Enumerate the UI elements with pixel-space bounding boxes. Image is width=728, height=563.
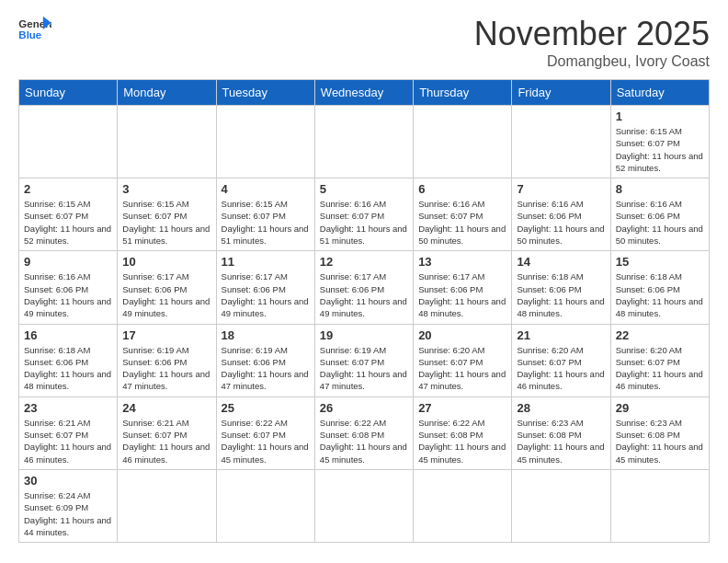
svg-text:Blue: Blue — [18, 29, 41, 40]
day-info: Sunrise: 6:18 AM Sunset: 6:06 PM Dayligh… — [616, 270, 704, 319]
calendar-cell: 22Sunrise: 6:20 AM Sunset: 6:07 PM Dayli… — [610, 324, 709, 396]
calendar-cell — [414, 106, 512, 178]
col-friday: Friday — [512, 80, 610, 106]
calendar-cell: 25Sunrise: 6:22 AM Sunset: 6:07 PM Dayli… — [216, 396, 314, 469]
calendar-cell: 16Sunrise: 6:18 AM Sunset: 6:06 PM Dayli… — [19, 324, 118, 396]
calendar: Sunday Monday Tuesday Wednesday Thursday… — [18, 79, 710, 543]
calendar-cell: 24Sunrise: 6:21 AM Sunset: 6:07 PM Dayli… — [118, 396, 216, 469]
day-number: 12 — [320, 255, 408, 269]
day-number: 2 — [24, 182, 112, 196]
day-number: 18 — [222, 328, 310, 342]
calendar-week-3: 16Sunrise: 6:18 AM Sunset: 6:06 PM Dayli… — [19, 324, 710, 396]
day-info: Sunrise: 6:17 AM Sunset: 6:06 PM Dayligh… — [222, 270, 310, 319]
calendar-cell: 2Sunrise: 6:15 AM Sunset: 6:07 PM Daylig… — [19, 178, 118, 251]
calendar-week-1: 2Sunrise: 6:15 AM Sunset: 6:07 PM Daylig… — [19, 178, 710, 251]
day-info: Sunrise: 6:18 AM Sunset: 6:06 PM Dayligh… — [24, 344, 112, 393]
col-monday: Monday — [118, 80, 216, 106]
calendar-cell — [216, 106, 314, 178]
col-saturday: Saturday — [610, 80, 709, 106]
month-title: November 2025 — [474, 15, 710, 53]
calendar-cell: 23Sunrise: 6:21 AM Sunset: 6:07 PM Dayli… — [19, 396, 118, 469]
calendar-cell: 7Sunrise: 6:16 AM Sunset: 6:06 PM Daylig… — [512, 178, 610, 251]
day-number: 10 — [122, 255, 210, 269]
day-info: Sunrise: 6:19 AM Sunset: 6:07 PM Dayligh… — [320, 344, 408, 393]
calendar-cell — [314, 469, 413, 542]
day-number: 21 — [517, 328, 605, 342]
day-number: 8 — [616, 182, 704, 196]
calendar-cell: 21Sunrise: 6:20 AM Sunset: 6:07 PM Dayli… — [512, 324, 610, 396]
day-number: 7 — [517, 182, 605, 196]
day-number: 26 — [320, 401, 408, 415]
day-info: Sunrise: 6:18 AM Sunset: 6:06 PM Dayligh… — [517, 270, 605, 319]
day-info: Sunrise: 6:21 AM Sunset: 6:07 PM Dayligh… — [122, 417, 210, 465]
day-info: Sunrise: 6:24 AM Sunset: 6:09 PM Dayligh… — [24, 489, 112, 538]
calendar-cell: 27Sunrise: 6:22 AM Sunset: 6:08 PM Dayli… — [414, 396, 512, 469]
calendar-cell: 28Sunrise: 6:23 AM Sunset: 6:08 PM Dayli… — [512, 396, 610, 469]
col-sunday: Sunday — [19, 80, 118, 106]
day-info: Sunrise: 6:20 AM Sunset: 6:07 PM Dayligh… — [517, 344, 605, 393]
day-number: 16 — [24, 328, 112, 342]
calendar-week-0: 1Sunrise: 6:15 AM Sunset: 6:07 PM Daylig… — [19, 106, 710, 178]
subtitle: Domangbeu, Ivory Coast — [474, 53, 710, 70]
calendar-cell: 19Sunrise: 6:19 AM Sunset: 6:07 PM Dayli… — [314, 324, 413, 396]
day-number: 13 — [418, 255, 506, 269]
day-info: Sunrise: 6:19 AM Sunset: 6:06 PM Dayligh… — [222, 344, 310, 393]
logo-icon: General Blue — [18, 15, 51, 42]
day-number: 25 — [222, 401, 310, 415]
calendar-cell: 1Sunrise: 6:15 AM Sunset: 6:07 PM Daylig… — [610, 106, 709, 178]
logo: General Blue — [18, 15, 51, 42]
day-info: Sunrise: 6:17 AM Sunset: 6:06 PM Dayligh… — [122, 270, 210, 319]
day-info: Sunrise: 6:16 AM Sunset: 6:07 PM Dayligh… — [418, 198, 506, 247]
day-number: 9 — [24, 255, 112, 269]
day-info: Sunrise: 6:19 AM Sunset: 6:06 PM Dayligh… — [122, 344, 210, 393]
calendar-cell: 9Sunrise: 6:16 AM Sunset: 6:06 PM Daylig… — [19, 251, 118, 324]
day-info: Sunrise: 6:15 AM Sunset: 6:07 PM Dayligh… — [222, 198, 310, 247]
calendar-cell: 17Sunrise: 6:19 AM Sunset: 6:06 PM Dayli… — [118, 324, 216, 396]
calendar-cell: 8Sunrise: 6:16 AM Sunset: 6:06 PM Daylig… — [610, 178, 709, 251]
day-info: Sunrise: 6:21 AM Sunset: 6:07 PM Dayligh… — [24, 417, 112, 465]
calendar-cell — [118, 469, 216, 542]
day-number: 22 — [616, 328, 704, 342]
day-info: Sunrise: 6:20 AM Sunset: 6:07 PM Dayligh… — [616, 344, 704, 393]
calendar-cell: 3Sunrise: 6:15 AM Sunset: 6:07 PM Daylig… — [118, 178, 216, 251]
day-info: Sunrise: 6:16 AM Sunset: 6:06 PM Dayligh… — [517, 198, 605, 247]
day-number: 17 — [122, 328, 210, 342]
calendar-cell: 15Sunrise: 6:18 AM Sunset: 6:06 PM Dayli… — [610, 251, 709, 324]
calendar-cell — [118, 106, 216, 178]
calendar-cell: 12Sunrise: 6:17 AM Sunset: 6:06 PM Dayli… — [314, 251, 413, 324]
day-number: 27 — [418, 401, 506, 415]
day-number: 24 — [122, 401, 210, 415]
calendar-cell — [19, 106, 118, 178]
day-number: 30 — [24, 474, 112, 488]
calendar-cell: 4Sunrise: 6:15 AM Sunset: 6:07 PM Daylig… — [216, 178, 314, 251]
day-info: Sunrise: 6:22 AM Sunset: 6:08 PM Dayligh… — [320, 417, 408, 465]
calendar-cell: 30Sunrise: 6:24 AM Sunset: 6:09 PM Dayli… — [19, 469, 118, 542]
day-info: Sunrise: 6:16 AM Sunset: 6:07 PM Dayligh… — [320, 198, 408, 247]
title-block: November 2025 Domangbeu, Ivory Coast — [474, 15, 710, 70]
day-number: 28 — [517, 401, 605, 415]
page: General Blue November 2025 Domangbeu, Iv… — [0, 0, 728, 561]
col-tuesday: Tuesday — [216, 80, 314, 106]
day-info: Sunrise: 6:23 AM Sunset: 6:08 PM Dayligh… — [616, 417, 704, 465]
day-number: 20 — [418, 328, 506, 342]
calendar-cell — [610, 469, 709, 542]
header-row: Sunday Monday Tuesday Wednesday Thursday… — [19, 80, 710, 106]
day-info: Sunrise: 6:17 AM Sunset: 6:06 PM Dayligh… — [418, 270, 506, 319]
calendar-week-5: 30Sunrise: 6:24 AM Sunset: 6:09 PM Dayli… — [19, 469, 710, 542]
day-info: Sunrise: 6:16 AM Sunset: 6:06 PM Dayligh… — [616, 198, 704, 247]
calendar-cell: 10Sunrise: 6:17 AM Sunset: 6:06 PM Dayli… — [118, 251, 216, 324]
calendar-cell: 14Sunrise: 6:18 AM Sunset: 6:06 PM Dayli… — [512, 251, 610, 324]
calendar-cell — [414, 469, 512, 542]
calendar-cell: 26Sunrise: 6:22 AM Sunset: 6:08 PM Dayli… — [314, 396, 413, 469]
calendar-week-4: 23Sunrise: 6:21 AM Sunset: 6:07 PM Dayli… — [19, 396, 710, 469]
calendar-cell: 29Sunrise: 6:23 AM Sunset: 6:08 PM Dayli… — [610, 396, 709, 469]
day-info: Sunrise: 6:16 AM Sunset: 6:06 PM Dayligh… — [24, 270, 112, 319]
day-info: Sunrise: 6:17 AM Sunset: 6:06 PM Dayligh… — [320, 270, 408, 319]
day-number: 1 — [616, 109, 704, 123]
day-info: Sunrise: 6:15 AM Sunset: 6:07 PM Dayligh… — [24, 198, 112, 247]
day-number: 14 — [517, 255, 605, 269]
calendar-cell — [512, 469, 610, 542]
calendar-week-2: 9Sunrise: 6:16 AM Sunset: 6:06 PM Daylig… — [19, 251, 710, 324]
calendar-cell — [314, 106, 413, 178]
calendar-cell: 11Sunrise: 6:17 AM Sunset: 6:06 PM Dayli… — [216, 251, 314, 324]
